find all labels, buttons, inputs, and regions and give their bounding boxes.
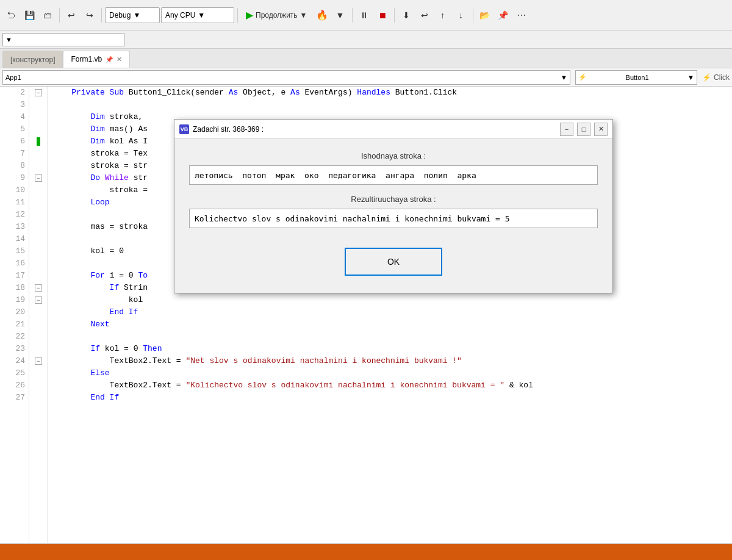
kw-while: While (105, 172, 134, 184)
code-26-concat: & kol (504, 379, 533, 392)
continue-arrow: ▼ (300, 11, 307, 20)
ln-2: 2 (0, 87, 25, 99)
code-8: stroka = str (52, 160, 148, 172)
ln-10: 10 (0, 184, 25, 196)
ishodnaya-input[interactable] (189, 165, 598, 185)
ln-7: 7 (0, 148, 25, 160)
collapse-17[interactable]: − (30, 282, 46, 294)
code-24-tb: TextBox2.Text = (52, 355, 185, 367)
sep3 (237, 8, 238, 23)
modal-dialog: VB Zadachi str. 368-369 : − □ ✕ Ishodnay… (174, 119, 613, 293)
play-icon: ▶ (246, 9, 253, 21)
step-down[interactable]: ↓ (453, 7, 470, 24)
code-13: mas = stroka (52, 221, 148, 233)
kw-as1: As (229, 87, 243, 99)
kw-next: Next (52, 318, 110, 331)
rezultiruuchaya-input[interactable] (189, 209, 598, 228)
collapse-2[interactable]: − (30, 87, 46, 99)
dropdown-arrow[interactable]: ▼ (332, 7, 349, 24)
code-9-rest: str (134, 172, 148, 184)
pause-btn[interactable]: ⏸ (356, 7, 373, 24)
tab-form1-label: Form1.vb (71, 55, 102, 63)
kw-private: Private Sub (52, 87, 129, 99)
class-dropdown[interactable]: App1 ▼ (2, 70, 570, 85)
undo-btn[interactable]: ↩ (63, 7, 80, 24)
stop-btn[interactable]: ⏹ (374, 7, 391, 24)
code-17-rest: i = 0 (110, 270, 138, 282)
debug-dropdown[interactable]: Debug ▼ (105, 7, 160, 23)
code-line-20: End If (52, 306, 727, 318)
code-7: stroka = Tex (52, 148, 148, 160)
code-26-tb: TextBox2.Text = (52, 379, 185, 392)
kw-endif2: End If (52, 392, 119, 404)
kw-if2: If (52, 343, 105, 355)
ln-17: 17 (0, 270, 25, 282)
ln-26: 26 (0, 379, 25, 392)
var-mas: mas() As (110, 123, 148, 135)
fire-btn[interactable]: 🔥 (314, 7, 331, 24)
cpu-dropdown[interactable]: Any CPU ▼ (161, 7, 234, 23)
kw-for: For (52, 270, 110, 282)
collapse-18[interactable]: − (30, 294, 46, 306)
kw-else: Else (52, 367, 110, 379)
ln-27: 27 (0, 392, 25, 404)
tab-form1-close[interactable]: ✕ (117, 56, 122, 63)
pin-btn[interactable]: 📌 (495, 7, 512, 24)
event-label: Click (714, 73, 730, 82)
save-all-btn[interactable]: 🗃 (39, 7, 56, 24)
ln-5: 5 (0, 123, 25, 135)
code-24-str: "Net slov s odinakovimi nachalmini i kon… (185, 355, 461, 367)
fn-params: ( (190, 87, 195, 99)
type-obj: Object, e (243, 87, 290, 99)
collapse-23[interactable]: − (30, 355, 46, 367)
tab-form1-pin: 📌 (106, 56, 113, 63)
modal-maximize-btn[interactable]: □ (577, 123, 590, 136)
tab-konstruktor[interactable]: [конструктор] (2, 51, 63, 68)
code-line-26: TextBox2.Text = "Kolichectvo slov s odin… (52, 379, 727, 392)
handle-name: Button1.Click (395, 87, 457, 99)
fn-name: Button1_Click (129, 87, 190, 99)
bottom-taskbar (0, 544, 732, 560)
code-18-rest: Strin (124, 282, 148, 294)
scope-arrow: ▼ (5, 36, 12, 43)
code-19: kol (52, 294, 143, 306)
ln-24: 24 (0, 355, 25, 367)
code-line-19: kol (52, 294, 727, 306)
collapse-9[interactable]: − (30, 172, 46, 184)
toolbar2: ▼ (0, 31, 732, 49)
code-line-3 (52, 99, 727, 111)
function-bar: App1 ▼ ⚡ Button1 ▼ ⚡ Click (0, 68, 732, 87)
bookmark-6 (30, 135, 46, 148)
step-up[interactable]: ↑ (434, 7, 451, 24)
event-icon: ⚡ (702, 73, 711, 82)
ln-16: 16 (0, 257, 25, 270)
method-dropdown[interactable]: ⚡ Button1 ▼ (575, 70, 697, 85)
code-line-23: If kol = 0 Then (52, 343, 727, 355)
save-btn[interactable]: 💾 (21, 7, 38, 24)
scope-dropdown[interactable]: ▼ (2, 33, 124, 46)
modal-minimize-btn[interactable]: − (560, 123, 573, 136)
tab-form1[interactable]: Form1.vb 📌 ✕ (63, 51, 130, 68)
kw-handles: Handles (357, 87, 395, 99)
toolbar-btn-1[interactable]: ⮌ (2, 7, 20, 24)
type-ea: EventArgs) (305, 87, 357, 99)
rezultiruuchaya-label: Rezultiruuchaya stroka : (189, 195, 598, 204)
sep5 (394, 8, 395, 23)
debug-arrow: ▼ (133, 11, 140, 20)
ln-22: 22 (0, 331, 25, 343)
ln-19: 19 (0, 294, 25, 306)
cpu-arrow: ▼ (198, 11, 205, 20)
ok-button[interactable]: OK (345, 248, 442, 276)
step-back[interactable]: ↩ (416, 7, 433, 24)
bookmark-marker-6 (37, 137, 40, 146)
continue-btn[interactable]: ▶ Продолжить ▼ (241, 7, 312, 23)
modal-close-btn[interactable]: ✕ (594, 123, 608, 136)
step-into[interactable]: ⬇ (398, 7, 415, 24)
kw-then: Then (143, 343, 162, 355)
folder-btn[interactable]: 📂 (476, 7, 493, 24)
tabs-bar: [конструктор] Form1.vb 📌 ✕ (0, 49, 732, 68)
more-btn[interactable]: ⋯ (513, 7, 530, 24)
code-line-27: End If (52, 392, 727, 404)
continue-label: Продолжить (256, 11, 298, 20)
redo-btn[interactable]: ↪ (81, 7, 98, 24)
